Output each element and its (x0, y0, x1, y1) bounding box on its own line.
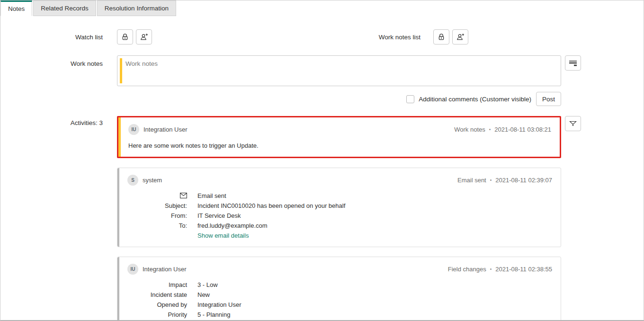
activity-card-email-sent: S system Email sent • 2021-08-11 02:39:0… (117, 168, 561, 247)
watch-list-add-user-button[interactable] (136, 29, 152, 45)
activities-header: Activities: 3 (0, 116, 103, 321)
timestamp: 2021-08-11 03:08:21 (494, 126, 551, 133)
card-accent-bar (117, 257, 119, 321)
lock-icon (438, 33, 445, 41)
work-notes-list-add-user-button[interactable] (452, 29, 468, 45)
filter-icon (569, 120, 577, 127)
activity-card-field-changes: IU Integration User Field changes • 2021… (117, 257, 561, 321)
author-name: Integration User (143, 266, 187, 273)
work-notes-textarea[interactable] (117, 56, 561, 86)
entry-type: Email sent (457, 177, 486, 184)
activity-filter-button[interactable] (565, 116, 581, 131)
detail-value: Incident INC0010020 has been opened on y… (197, 202, 552, 209)
activity-stream-toggle-button[interactable] (565, 55, 581, 71)
author-name: system (143, 177, 162, 184)
additional-comments-label: Additional comments (Customer visible) (419, 96, 531, 103)
email-icon (127, 192, 187, 199)
avatar: S (127, 175, 138, 186)
activity-body: Here are some work notes to trigger an U… (128, 142, 551, 149)
tab-notes[interactable]: Notes (0, 0, 32, 16)
tab-resolution-information[interactable]: Resolution Information (97, 0, 176, 16)
author-name: Integration User (143, 126, 188, 133)
detail-value: fred.luddy@example.com (197, 222, 552, 229)
additional-comments-checkbox[interactable] (406, 95, 414, 103)
detail-label: Opened by (127, 301, 187, 308)
avatar: IU (128, 124, 139, 135)
detail-value: Email sent (197, 192, 552, 199)
detail-label: Subject: (127, 202, 187, 209)
detail-label: Impact (127, 281, 187, 288)
timestamp: 2021-08-11 02:38:55 (495, 266, 552, 273)
card-accent-bar (118, 117, 121, 157)
detail-value: Integration User (197, 301, 552, 308)
post-button[interactable]: Post (536, 92, 561, 106)
activity-card-work-notes: IU Integration User Work notes • 2021-08… (117, 116, 561, 158)
work-notes-list-label: Work notes list (379, 34, 420, 41)
watch-list-label: Watch list (0, 34, 103, 41)
work-notes-label: Work notes (0, 55, 103, 86)
detail-label: To: (127, 222, 187, 229)
entry-type: Field changes (448, 266, 486, 273)
detail-label: Incident state (127, 291, 187, 298)
notes-panel: Notes Related Records Resolution Informa… (0, 0, 644, 321)
work-notes-field (117, 55, 561, 86)
show-email-details-link[interactable]: Show email details (197, 232, 249, 239)
detail-label: Priority (127, 311, 187, 318)
avatar: IU (127, 264, 138, 275)
detail-value: 3 - Low (197, 281, 552, 288)
entry-type: Work notes (454, 126, 485, 133)
detail-value: IT Service Desk (197, 212, 552, 219)
meta-separator: • (490, 267, 492, 272)
tab-bar: Notes Related Records Resolution Informa… (0, 0, 644, 16)
meta-separator: • (490, 178, 492, 183)
add-user-icon (456, 33, 465, 41)
detail-label: From: (127, 212, 187, 219)
detail-value: New (197, 291, 552, 298)
work-notes-list-lock-button[interactable] (433, 29, 449, 45)
watch-list-lock-button[interactable] (117, 29, 133, 45)
add-user-icon (140, 33, 148, 41)
detail-value: 5 - Planning (197, 311, 552, 318)
card-accent-bar (117, 168, 119, 247)
meta-separator: • (489, 127, 491, 132)
activity-stream-icon (569, 60, 577, 67)
tab-related-records[interactable]: Related Records (33, 0, 96, 16)
timestamp: 2021-08-11 02:39:07 (495, 177, 552, 184)
lock-icon (121, 33, 129, 41)
